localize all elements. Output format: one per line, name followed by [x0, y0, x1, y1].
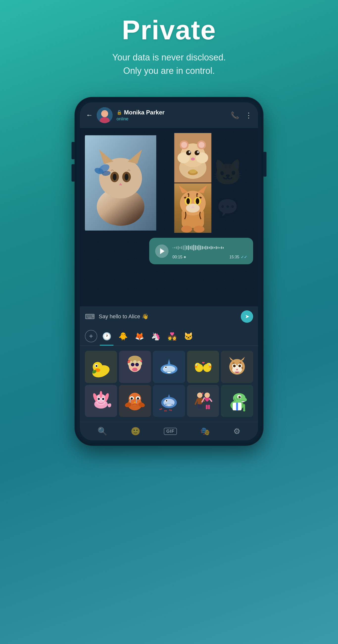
voice-message: 00:15 15:35 ✓✓	[149, 238, 253, 264]
sticker-banana-duck[interactable]	[85, 351, 117, 383]
photo-tiger	[157, 183, 229, 233]
wave-bar	[183, 246, 184, 250]
send-button[interactable]: ➤	[241, 310, 253, 323]
keyboard-icon[interactable]: ⌨	[85, 312, 95, 321]
svg-text:💋: 💋	[127, 360, 131, 363]
play-button[interactable]	[155, 244, 169, 258]
photo-cat	[85, 133, 156, 233]
svg-point-130	[240, 396, 241, 397]
wave-bar	[172, 248, 173, 248]
wave-bar	[178, 246, 179, 250]
sticker-cheetah[interactable]	[221, 351, 253, 383]
sticker-bottom-icon[interactable]: 🎭	[200, 426, 210, 436]
sticker-haha[interactable]: HA HA HA	[153, 385, 185, 417]
wave-bar	[179, 247, 180, 249]
svg-point-28	[181, 142, 187, 148]
wave-bar	[209, 247, 210, 249]
photo-grid	[85, 133, 228, 233]
svg-point-12	[125, 174, 128, 180]
wave-bar	[198, 245, 199, 250]
call-icon[interactable]: 📞	[231, 111, 239, 120]
svg-point-44	[181, 226, 192, 232]
wave-bar	[212, 246, 213, 249]
svg-point-32	[189, 170, 196, 174]
svg-point-24	[189, 151, 191, 153]
svg-rect-119	[198, 404, 200, 409]
svg-point-71	[195, 366, 197, 368]
svg-point-22	[186, 150, 191, 155]
svg-point-70	[196, 364, 197, 366]
wave-bar	[223, 247, 224, 249]
hamster-image	[157, 133, 229, 182]
svg-point-11	[113, 174, 117, 180]
sticker-cat-unicorn[interactable]: 🦄	[149, 329, 163, 343]
svg-rect-123	[208, 405, 210, 410]
svg-point-23	[195, 150, 199, 155]
svg-point-39	[196, 198, 199, 204]
emoji-bottom-icon[interactable]: 🙂	[131, 426, 141, 436]
message-input[interactable]: Say hello to Alice 👋	[99, 313, 237, 320]
svg-point-49	[95, 365, 97, 367]
waveform-area: 00:15 15:35 ✓✓	[172, 243, 247, 259]
sticker-kiss-lady[interactable]: ❤ 💋	[119, 351, 151, 383]
wave-bar	[214, 247, 215, 248]
wave-bar	[186, 246, 187, 250]
svg-point-75	[209, 364, 210, 366]
svg-point-76	[209, 366, 212, 368]
search-bottom-icon[interactable]: 🔍	[97, 426, 107, 436]
tiger-image	[157, 183, 229, 233]
gif-bottom-button[interactable]: GIF	[164, 428, 177, 435]
wave-bar	[218, 247, 219, 249]
settings-bottom-icon[interactable]: ⚙	[233, 426, 241, 436]
svg-point-104	[131, 398, 133, 400]
wave-bar	[174, 247, 175, 248]
svg-text:♥: ♥	[202, 392, 203, 394]
svg-point-113	[166, 400, 167, 402]
svg-point-66	[165, 366, 167, 368]
svg-text:❤: ❤	[202, 361, 205, 365]
svg-point-38	[186, 198, 190, 204]
more-options-icon[interactable]: ⋮	[245, 111, 252, 120]
volume-up-button	[71, 142, 75, 159]
svg-rect-118	[197, 398, 202, 405]
sticker-cat-recent[interactable]: 🕐	[100, 329, 114, 343]
svg-text:❤: ❤	[140, 360, 143, 363]
add-sticker-button[interactable]: +	[85, 330, 97, 342]
sticker-cat-duck[interactable]: 🐥	[116, 329, 130, 343]
sticker-categories: + 🕐 🐥 🦊 🦄 💑 🐱	[80, 327, 258, 346]
svg-point-121	[204, 392, 210, 398]
sticker-cat-couple[interactable]: 💑	[165, 329, 179, 343]
sticker-sad-bird[interactable]	[119, 385, 151, 417]
svg-text:HA: HA	[164, 410, 167, 412]
phone-screen: ← 🔒 Monika Parker online	[80, 102, 258, 440]
svg-point-95	[99, 391, 102, 398]
voice-elapsed: 00:15	[172, 255, 186, 259]
svg-point-86	[233, 364, 236, 367]
svg-text:HA: HA	[159, 408, 163, 411]
sticker-grid: ❤ 💋	[80, 346, 258, 422]
wave-bar	[207, 246, 208, 249]
cat-image	[85, 133, 156, 233]
sticker-cat-fox[interactable]: 🦊	[132, 329, 146, 343]
wave-bar	[193, 245, 194, 251]
wave-bar	[205, 246, 206, 250]
svg-point-41	[186, 204, 200, 212]
svg-point-3	[101, 110, 108, 117]
wave-bar	[216, 246, 217, 249]
sticker-axolotl[interactable]	[85, 385, 117, 417]
back-button[interactable]: ←	[86, 111, 93, 119]
lock-icon: 🔒	[117, 110, 122, 115]
wave-bar	[204, 246, 205, 249]
check-marks-icon: ✓✓	[241, 255, 247, 259]
wave-bar	[181, 246, 182, 249]
sticker-shark[interactable]	[153, 351, 185, 383]
svg-point-105	[137, 398, 139, 400]
sticker-love-ducks[interactable]: ❤	[187, 351, 219, 383]
play-icon	[160, 248, 165, 254]
sticker-cat-cat[interactable]: 🐱	[181, 329, 195, 343]
sticker-couple[interactable]: ♥	[187, 385, 219, 417]
voice-timestamp: 15:35 ✓✓	[229, 255, 247, 259]
sticker-dino[interactable]	[221, 385, 253, 417]
svg-point-99	[102, 398, 104, 400]
main-title: Private	[0, 15, 338, 45]
